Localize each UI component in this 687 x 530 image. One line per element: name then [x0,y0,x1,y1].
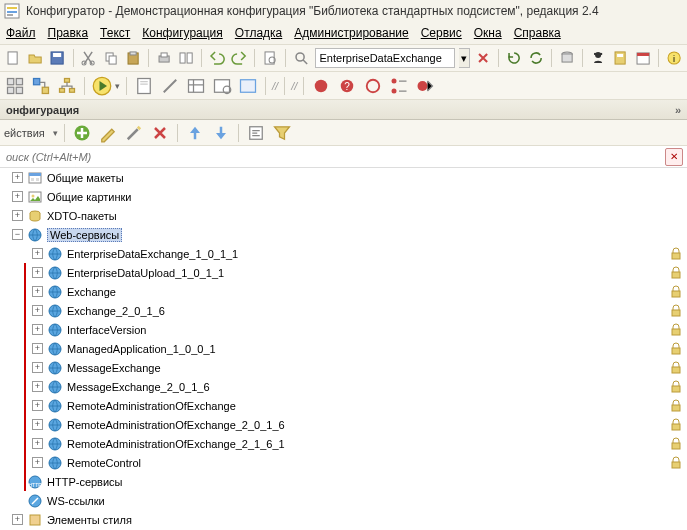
prop-button[interactable] [185,75,207,97]
add-button[interactable] [71,122,93,144]
tree-row[interactable]: +RemoteAdministrationOfExchange_2_1_6_1 [0,434,687,453]
redo-button[interactable] [230,47,248,69]
config-tree[interactable]: +Общие макеты+Общие картинки+XDTO-пакеты… [0,168,687,530]
svg-point-47 [315,79,328,92]
expand-icon[interactable]: + [32,400,43,411]
actions-label[interactable]: ействия [4,127,45,139]
clear-search-button[interactable] [474,47,492,69]
toolbar-search-dropdown[interactable]: ▾ [459,48,471,68]
paste-button[interactable] [124,47,142,69]
calc-button[interactable] [611,47,629,69]
bp-off-button[interactable] [362,75,384,97]
menu-edit[interactable]: Правка [48,26,89,40]
print-button[interactable] [155,47,173,69]
menu-debug[interactable]: Отладка [235,26,282,40]
filter-button[interactable] [271,122,293,144]
tree-row[interactable]: +Общие макеты [0,168,687,187]
expand-icon[interactable]: + [32,248,43,259]
tree-row[interactable]: +XDTO-пакеты [0,206,687,225]
page-view-button[interactable] [133,75,155,97]
expand-icon[interactable]: + [32,457,43,468]
down-button[interactable] [210,122,232,144]
up-button[interactable] [184,122,206,144]
play-dropdown-arrow[interactable]: ▾ [115,81,120,91]
tree-row[interactable]: +Exchange [0,282,687,301]
tree-row[interactable]: HTTPHTTP-сервисы [0,472,687,491]
expand-icon[interactable]: + [12,514,23,525]
expand-icon[interactable]: + [32,305,43,316]
tree-row[interactable]: +MessageExchange [0,358,687,377]
db-button[interactable] [558,47,576,69]
prop2-button[interactable] [211,75,233,97]
expand-icon[interactable]: + [32,362,43,373]
expand-icon[interactable]: + [32,343,43,354]
tree-row[interactable]: +Элементы стиля [0,510,687,529]
bp-remove-button[interactable] [414,75,436,97]
wand-button[interactable] [123,122,145,144]
tree-row[interactable]: +InterfaceVersion [0,320,687,339]
save-button[interactable] [48,47,66,69]
open-button[interactable] [26,47,44,69]
tree-row[interactable]: +ManagedApplication_1_0_0_1 [0,339,687,358]
bp-list-button[interactable] [388,75,410,97]
toolbar-search-input[interactable] [315,48,455,68]
menu-file[interactable]: Файл [6,26,36,40]
tree-row[interactable]: +EnterpriseDataUpload_1_0_1_1 [0,263,687,282]
new-button[interactable] [4,47,22,69]
tree-search-input[interactable] [0,151,665,163]
refresh2-button[interactable] [527,47,545,69]
tree-row[interactable]: +EnterpriseDataExchange_1_0_1_1 [0,244,687,263]
panel-chevron-icon[interactable]: » [675,104,681,116]
collapse-icon[interactable]: − [12,229,23,240]
boxes-button[interactable] [4,75,26,97]
tree-search-close-button[interactable]: ✕ [665,148,683,166]
tree-row[interactable]: −Web-сервисы [0,225,687,244]
expand-icon[interactable]: + [32,381,43,392]
tree-row[interactable]: WS-ссылки [0,491,687,510]
find-doc-button[interactable] [261,47,279,69]
help-button[interactable]: i [665,47,683,69]
search-icon[interactable] [292,47,310,69]
expand-icon[interactable]: + [12,210,23,221]
expand-icon[interactable]: + [12,191,23,202]
undo-button[interactable] [208,47,226,69]
struct-button[interactable] [30,75,52,97]
bp-cond-button[interactable]: ? [336,75,358,97]
sort-button[interactable] [245,122,267,144]
menu-config[interactable]: Конфигурация [142,26,223,40]
tree-row[interactable]: +RemoteAdministrationOfExchange_2_0_1_6 [0,415,687,434]
delete-button[interactable] [149,122,171,144]
hierarchy-button[interactable] [56,75,78,97]
cut-button[interactable] [79,47,97,69]
copy-button[interactable] [102,47,120,69]
expand-icon[interactable]: + [32,419,43,430]
ws-icon [47,436,63,452]
tree-row[interactable]: +MessageExchange_2_0_1_6 [0,377,687,396]
line-button[interactable] [159,75,181,97]
refresh-button[interactable] [505,47,523,69]
tree-row[interactable]: +RemoteControl [0,453,687,472]
tree-row[interactable]: +Общие картинки [0,187,687,206]
compare-button[interactable] [177,47,195,69]
lock-icon [669,456,683,470]
bp-button[interactable] [310,75,332,97]
expand-icon[interactable]: + [32,438,43,449]
tree-row[interactable]: +RemoteAdministrationOfExchange [0,396,687,415]
calendar-button[interactable] [634,47,652,69]
tree-item-label: HTTP-сервисы [47,476,123,488]
menu-admin[interactable]: Администрирование [294,26,408,40]
menu-service[interactable]: Сервис [421,26,462,40]
expand-icon[interactable]: + [32,286,43,297]
menu-text[interactable]: Текст [100,26,130,40]
edit-button[interactable] [97,122,119,144]
play-button[interactable] [91,75,113,97]
menu-help[interactable]: Справка [514,26,561,40]
syntax-assistant-button[interactable] [589,47,607,69]
menu-windows[interactable]: Окна [474,26,502,40]
expand-icon[interactable]: + [12,172,23,183]
form-button[interactable] [237,75,259,97]
expand-icon[interactable]: + [32,324,43,335]
svg-rect-30 [8,78,14,84]
tree-row[interactable]: +Exchange_2_0_1_6 [0,301,687,320]
expand-icon[interactable]: + [32,267,43,278]
